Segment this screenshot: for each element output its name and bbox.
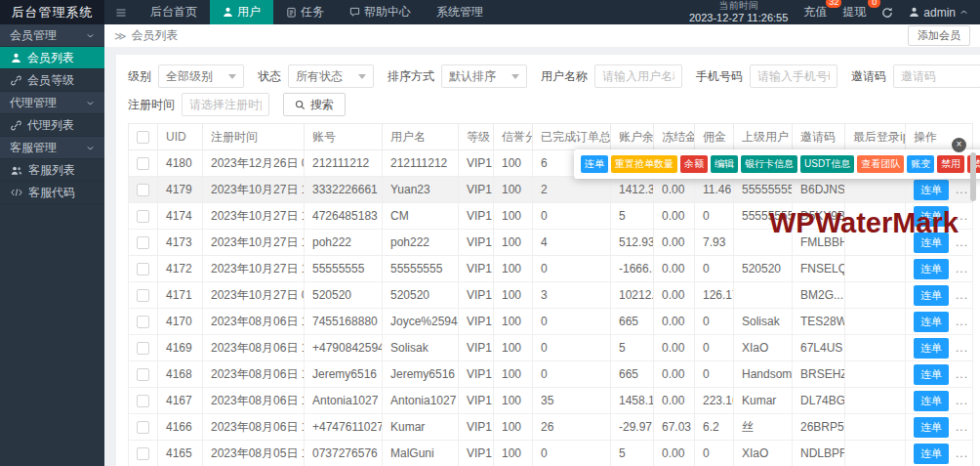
table-row[interactable]: 41712023年10月27日 09:17:38520520520520VIP1…	[129, 282, 973, 309]
table-row[interactable]: 41792023年10月27日 19:25:483332226661Yuan23…	[129, 177, 973, 203]
topnav-item[interactable]: 系统管理	[424, 0, 496, 24]
chain-order-button[interactable]: 连单	[914, 285, 949, 306]
row-checkbox[interactable]	[137, 263, 149, 275]
cell-uid: 4174	[158, 203, 203, 230]
row-checkbox[interactable]	[137, 236, 149, 249]
more-actions-button[interactable]: ...	[956, 420, 968, 434]
popup-action-button[interactable]: 重置抢单数量	[611, 155, 677, 173]
cell-frozen: 0.00	[654, 230, 695, 256]
cell-frozen: 0.00	[654, 177, 695, 203]
cell-account: +4747611027	[305, 414, 383, 441]
more-actions-button[interactable]: ...	[956, 446, 968, 460]
more-actions-button[interactable]: ...	[956, 288, 968, 302]
sidebar-item[interactable]: 代理列表	[0, 114, 104, 137]
cell-parent: 丝	[734, 414, 793, 441]
row-checkbox[interactable]	[137, 421, 149, 434]
row-checkbox[interactable]	[137, 157, 149, 170]
popup-action-button[interactable]: 余额	[680, 155, 708, 173]
more-actions-button[interactable]: ...	[956, 183, 968, 196]
cell-commission: 0	[695, 335, 734, 361]
chain-order-button[interactable]: 连单	[914, 312, 949, 332]
cell-balance: -29.97	[611, 414, 654, 441]
sidebar-group-header[interactable]: 会员管理	[0, 24, 104, 47]
chain-order-button[interactable]: 连单	[914, 417, 949, 438]
row-checkbox[interactable]	[137, 342, 149, 355]
phone-input[interactable]	[750, 64, 837, 88]
table-row[interactable]: 41652023年08月05日 19:31:210737276576MalGun…	[129, 441, 973, 466]
chain-order-button[interactable]: 连单	[914, 444, 949, 464]
row-checkbox[interactable]	[137, 210, 149, 223]
topnav-item[interactable]: 任务	[273, 0, 337, 24]
chain-order-button[interactable]: 连单	[914, 391, 949, 411]
row-checkbox[interactable]	[137, 289, 149, 302]
popup-action-button[interactable]: 银行卡信息	[741, 155, 797, 173]
regtime-input[interactable]	[182, 93, 269, 116]
row-checkbox[interactable]	[137, 368, 149, 381]
sidebar-group-header[interactable]: 客服管理	[0, 137, 104, 159]
chevron-down-icon	[86, 144, 95, 152]
cell-credit: 100	[494, 388, 533, 414]
row-checkbox[interactable]	[137, 184, 149, 196]
chain-order-button[interactable]: 连单	[914, 338, 949, 359]
cell-account: 212111212	[305, 150, 383, 177]
add-member-button[interactable]: 添加会员	[908, 25, 970, 46]
cell-parent: Handsome75	[734, 361, 793, 388]
cell-orders: 3	[533, 282, 611, 309]
chain-order-button[interactable]: 连单	[914, 364, 949, 385]
chain-order-button[interactable]: 连单	[914, 259, 949, 279]
recharge-link[interactable]: 充值 32	[803, 4, 827, 21]
close-icon[interactable]: ×	[952, 138, 966, 152]
recharge-label: 充值	[803, 5, 827, 19]
popup-action-button[interactable]: 查看团队	[857, 155, 904, 173]
popup-action-button[interactable]: 编辑	[711, 155, 738, 173]
cell-last-ip	[845, 441, 906, 466]
topnav-item[interactable]: 帮助中心	[337, 0, 424, 24]
menu-toggle-icon[interactable]	[104, 0, 138, 24]
invite-code-input[interactable]	[893, 64, 980, 88]
sidebar-group-header[interactable]: 代理管理	[0, 92, 104, 114]
popup-action-button[interactable]: 账变	[907, 155, 934, 173]
status-select[interactable]: 所有状态	[288, 64, 374, 88]
task-icon	[286, 7, 297, 18]
table-row[interactable]: 41722023年10月27日 10:25:115555555555555555…	[129, 256, 973, 282]
cell-reg-time: 2023年10月27日 10:25:11	[203, 256, 305, 282]
cell-parent: XIaO	[734, 335, 793, 361]
table-row[interactable]: 41702023年08月06日 17:42:177455168880Joyce%…	[129, 309, 973, 335]
more-actions-button[interactable]: ...	[956, 341, 968, 355]
select-all-checkbox[interactable]	[137, 131, 149, 144]
sidebar-item[interactable]: 会员等级	[0, 69, 104, 92]
topnav-item[interactable]: 后台首页	[138, 0, 210, 24]
chain-order-button[interactable]: 连单	[914, 180, 949, 200]
row-checkbox[interactable]	[137, 316, 149, 328]
table-row[interactable]: 41672023年08月06日 12:29:27Antonia1027Anton…	[129, 388, 973, 414]
row-select-cell	[129, 177, 158, 203]
row-checkbox[interactable]	[137, 395, 149, 407]
withdraw-link[interactable]: 提现 0	[842, 4, 866, 21]
cell-orders: 26	[533, 414, 611, 441]
cell-actions: 连单...	[906, 256, 973, 282]
cell-account: 7455168880	[305, 309, 383, 335]
sort-select-value: 默认排序	[449, 68, 496, 85]
table-row[interactable]: 41662023年08月06日 11:21:06+4747611027Kumar…	[129, 414, 973, 441]
sort-select[interactable]: 默认排序	[441, 64, 527, 88]
more-actions-button[interactable]: ...	[956, 394, 968, 407]
popup-action-button[interactable]: USDT信息	[800, 155, 854, 173]
more-actions-button[interactable]: ...	[956, 367, 968, 381]
table-row[interactable]: 41682023年08月06日 13:51:59Jeremy6516Jeremy…	[129, 361, 973, 388]
sidebar-item[interactable]: 客服代码	[0, 182, 104, 204]
sidebar-item[interactable]: 会员列表	[0, 47, 104, 69]
more-actions-button[interactable]: ...	[956, 262, 968, 275]
more-actions-button[interactable]: ...	[956, 315, 968, 328]
popup-action-button[interactable]: 禁用	[937, 155, 964, 173]
vertical-scrollbar[interactable]	[970, 152, 976, 201]
refresh-icon[interactable]	[881, 7, 893, 19]
topnav-item[interactable]: 用户	[210, 0, 273, 24]
table-row[interactable]: 41692023年08月06日 16:27:34+4790842594Solis…	[129, 335, 973, 361]
sidebar-item[interactable]: 客服列表	[0, 159, 104, 182]
search-button[interactable]: 搜索	[283, 93, 346, 116]
row-checkbox[interactable]	[137, 447, 149, 460]
username-input[interactable]	[594, 64, 682, 88]
level-select[interactable]: 全部级别	[158, 64, 244, 88]
admin-menu[interactable]: admin	[909, 6, 968, 20]
popup-action-button[interactable]: 连单	[581, 155, 608, 173]
